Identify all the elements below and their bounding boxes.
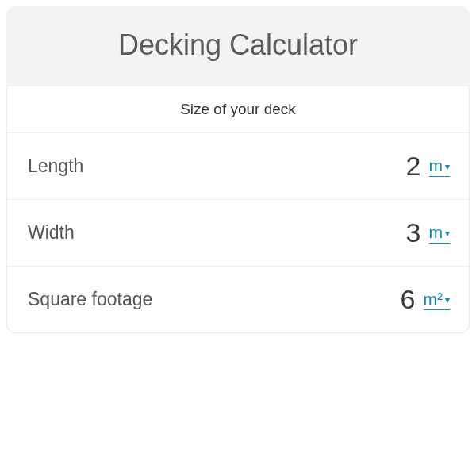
width-unit-select[interactable]: m ▾ xyxy=(429,223,451,244)
square-footage-label: Square footage xyxy=(28,289,152,310)
section-title: Size of your deck xyxy=(7,86,469,133)
width-label: Width xyxy=(28,222,75,244)
row-square-footage: Square footage 6 m² ▾ xyxy=(7,267,469,332)
length-unit-text: m xyxy=(429,156,443,175)
chevron-down-icon: ▾ xyxy=(445,228,450,239)
length-value-group: 2 m ▾ xyxy=(390,151,451,182)
chevron-down-icon: ▾ xyxy=(445,294,450,305)
calculator-body: Size of your deck Length 2 m ▾ Width 3 m… xyxy=(6,86,470,333)
length-label: Length xyxy=(28,155,83,177)
length-input[interactable]: 2 xyxy=(390,151,421,182)
row-width: Width 3 m ▾ xyxy=(7,200,469,267)
length-unit-select[interactable]: m ▾ xyxy=(429,156,451,177)
row-length: Length 2 m ▾ xyxy=(7,133,469,200)
width-input[interactable]: 3 xyxy=(390,217,421,248)
width-value-group: 3 m ▾ xyxy=(390,217,451,248)
calculator-card: Decking Calculator Size of your deck Len… xyxy=(6,6,470,333)
page-title: Decking Calculator xyxy=(6,29,470,62)
square-footage-unit-text: m² xyxy=(424,290,443,309)
square-footage-value-group: 6 m² ▾ xyxy=(384,284,451,315)
width-unit-text: m xyxy=(429,223,443,242)
chevron-down-icon: ▾ xyxy=(445,161,450,172)
square-footage-output[interactable]: 6 xyxy=(384,284,416,315)
header: Decking Calculator xyxy=(6,6,470,86)
square-footage-unit-select[interactable]: m² ▾ xyxy=(424,290,451,310)
